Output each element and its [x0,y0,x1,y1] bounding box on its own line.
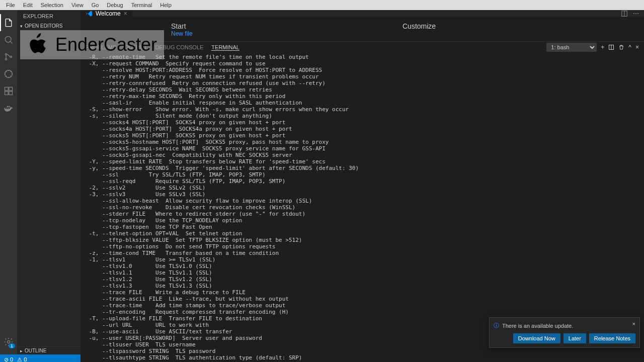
extensions-icon[interactable] [0,82,17,100]
start-heading: Start [171,22,403,30]
split-editor-icon[interactable] [621,10,628,17]
menubar: File Edit Selection View Go Debug Termin… [0,0,644,10]
menu-go[interactable]: Go [88,1,103,9]
svg-point-2 [5,58,7,60]
menu-debug[interactable]: Debug [103,1,127,9]
sidebar: EXPLORER OPEN EDITORS OUTLINE [17,10,80,354]
menu-terminal[interactable]: Terminal [127,1,156,9]
new-terminal-icon[interactable]: + [601,44,604,51]
watermark-text: EnderCaster [55,34,157,55]
maximize-panel-icon[interactable]: ^ [628,44,631,51]
source-control-icon[interactable] [0,48,17,65]
svg-rect-5 [5,87,9,91]
svg-point-1 [5,53,7,55]
notification-message: There is an available update. [502,323,573,329]
outline-section[interactable]: OUTLINE [17,346,80,354]
svg-point-9 [8,341,10,343]
later-button[interactable]: Later [564,333,586,343]
menu-view[interactable]: View [67,1,88,9]
search-icon[interactable] [0,31,17,48]
split-terminal-icon[interactable] [608,44,614,50]
open-editors-section[interactable]: OPEN EDITORS [17,22,80,30]
menu-selection[interactable]: Selection [37,1,67,9]
sidebar-title: EXPLORER [17,10,80,22]
svg-rect-7 [9,92,13,95]
vscode-icon [86,10,93,17]
docker-icon[interactable] [0,100,17,117]
status-errors[interactable]: ⊘ 0 [4,356,13,363]
release-notes-button[interactable]: Release Notes [589,333,635,343]
svg-point-3 [10,56,12,57]
close-icon[interactable]: × [124,10,127,17]
info-icon: ⓘ [494,322,499,329]
more-icon[interactable]: ⋯ [633,10,639,17]
terminal-output[interactable]: -R, --remote-time Set the remote file's … [80,53,644,362]
settings-icon[interactable]: 1 [0,333,17,350]
tab-label: Welcome [96,10,121,17]
svg-point-4 [5,70,13,78]
tab-bar: Welcome × ⋯ [80,10,644,17]
download-now-button[interactable]: Download Now [513,333,560,343]
close-panel-icon[interactable]: × [635,44,639,51]
terminal-shell-select[interactable]: 1: bash [546,43,597,52]
explorer-icon[interactable] [0,14,17,31]
editor-area: Welcome × ⋯ EnderCaster Start New file C… [80,10,644,354]
svg-rect-8 [9,87,13,91]
menu-file[interactable]: File [2,1,19,9]
menu-help[interactable]: Help [156,1,176,9]
update-notification: × ⓘ There is an available update. Downlo… [489,317,640,348]
panel-tabs: PROBLEMS OUTPUT DEBUG CONSOLE TERMINAL 1… [80,42,644,53]
kill-terminal-icon[interactable] [618,44,624,50]
settings-badge: 1 [9,343,15,348]
status-warnings[interactable]: ⚠ 0 [17,356,27,363]
terminal-panel: PROBLEMS OUTPUT DEBUG CONSOLE TERMINAL 1… [80,41,644,362]
svg-point-0 [5,36,11,42]
welcome-page: Start New file Customize [80,17,644,41]
new-file-link[interactable]: New file [171,30,403,37]
debug-icon[interactable] [0,65,17,82]
close-icon[interactable]: × [632,321,635,327]
menu-edit[interactable]: Edit [19,1,37,9]
customize-heading: Customize [403,22,634,30]
apple-icon [25,32,50,57]
tab-welcome[interactable]: Welcome × [80,10,132,17]
tab-terminal[interactable]: TERMINAL [211,44,239,51]
activity-bar: 1 [0,10,17,354]
watermark: EnderCaster [20,30,164,59]
svg-rect-6 [5,92,9,95]
